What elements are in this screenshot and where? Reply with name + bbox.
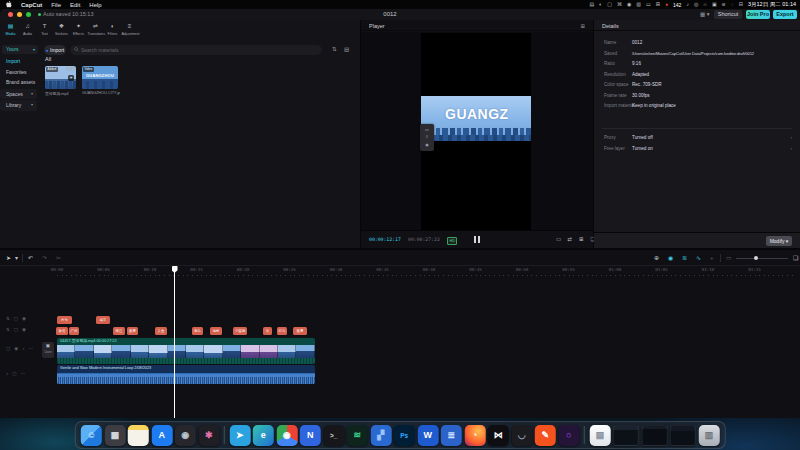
tab-audio[interactable]: ♫Audio	[19, 20, 36, 43]
preview-mini-toolbar[interactable]: ▭ ≡ ◉	[420, 124, 434, 151]
dock-opera[interactable]: ○	[558, 425, 579, 446]
text-clip[interactable]: 地标	[210, 327, 222, 335]
add-to-timeline-icon[interactable]: +	[68, 75, 74, 81]
sidebar-item-library[interactable]: Library▾	[0, 100, 37, 111]
stat-counter[interactable]: 142	[673, 2, 681, 8]
input-source-icon[interactable]: ▤	[589, 0, 594, 9]
track-control-icon[interactable]: ♪	[6, 371, 8, 377]
text-clip[interactable]: 珠江	[113, 327, 125, 335]
text-clip[interactable]: 小蛮腰	[233, 327, 247, 335]
audio-clip[interactable]: Gentle and Slow Modern Instrumental Loop…	[57, 365, 315, 384]
slider-knob[interactable]	[754, 256, 758, 260]
dock-leaf-app[interactable]: ≋	[347, 425, 368, 446]
layout-switch-icon[interactable]: ▦ ▾	[700, 11, 710, 17]
zoom-out-icon[interactable]: ▭	[726, 254, 732, 262]
text-clip[interactable]: 老街	[192, 327, 203, 335]
dock-photo-app[interactable]: ✱	[198, 425, 219, 446]
dock-word[interactable]: W	[417, 425, 438, 446]
media-item[interactable]: Added00:42+宣传视频.mp4	[45, 66, 76, 96]
wifi-icon[interactable]: ≋	[722, 0, 726, 9]
sort-icon[interactable]: ⇅	[332, 46, 337, 52]
tab-effects[interactable]: ✦Effects	[70, 20, 87, 43]
video-preview[interactable]: GUANGZ	[421, 33, 531, 231]
search-box[interactable]	[70, 45, 322, 55]
text-clip[interactable]: 广州	[69, 327, 79, 335]
menu-capcut[interactable]: CapCut	[21, 2, 42, 8]
media-thumbnail[interactable]: GUANGZHOUVideo	[82, 66, 118, 89]
media-thumbnail[interactable]: Added00:42+	[45, 66, 76, 89]
pause-button[interactable]	[473, 236, 481, 243]
main-track-magnet-icon[interactable]: ◉	[668, 254, 673, 262]
palette-icon-1[interactable]: ▭	[425, 128, 429, 132]
tab-adjustment[interactable]: ≡Adjustment	[121, 20, 138, 43]
redo-icon[interactable]: ↷	[42, 254, 47, 262]
tab-filters[interactable]: ◐Filters	[104, 20, 121, 43]
shortcut-button[interactable]: Shortcut	[714, 10, 742, 19]
zoom-fit-icon[interactable]: ❏	[793, 254, 798, 262]
text-clip[interactable]: 欢迎	[56, 327, 68, 335]
text-clip[interactable]: 夜景	[293, 327, 307, 335]
text-clip[interactable]: 夜景	[127, 327, 138, 335]
dock-edge-browser[interactable]: e	[253, 425, 274, 446]
split-icon[interactable]: ✂	[56, 254, 61, 262]
player-settings-icon[interactable]: ⊞	[580, 23, 585, 29]
video-clip[interactable]: 04457-宣传视频.mp4 00:00:27:22	[57, 338, 315, 364]
dock-window-preview-1[interactable]	[613, 425, 639, 446]
dock-pen-app[interactable]: ✎	[535, 425, 556, 446]
grid-icon[interactable]: ⊞	[656, 0, 660, 9]
display-icon[interactable]: ▢	[607, 0, 612, 9]
dock-tiles-app[interactable]: ▞	[370, 425, 391, 446]
dock-lines-app[interactable]: ≣	[441, 425, 462, 446]
link-preview-icon[interactable]: ∿	[696, 254, 701, 262]
track-control-icon[interactable]: ⇅	[6, 316, 10, 322]
dock-finder[interactable]: ☺	[81, 425, 102, 446]
grid-overlay-icon[interactable]: ⊞	[579, 236, 584, 242]
battery-icon[interactable]: ▭	[646, 0, 651, 9]
dock-chrome[interactable]: ◉	[276, 425, 297, 446]
users-icon[interactable]: ∩	[703, 0, 707, 9]
ratio-icon[interactable]: ▭	[556, 236, 561, 242]
camera-icon[interactable]: ◉	[627, 0, 631, 9]
timeline-ruler[interactable]: 00:0000:0500:1000:1500:2000:2500:3000:35…	[0, 267, 800, 273]
dock-dark-app[interactable]: ◡	[511, 425, 532, 446]
tab-stickers[interactable]: ❖Stickers	[53, 20, 70, 43]
dock-document-file[interactable]: ▤	[589, 425, 610, 446]
track-control-icon[interactable]: ▢	[12, 371, 16, 377]
add-marker-icon[interactable]: +	[710, 254, 714, 262]
dock-app-store[interactable]: A	[151, 425, 172, 446]
text-clip[interactable]: 城市	[96, 316, 110, 324]
dock-launchpad[interactable]: ▦	[104, 425, 125, 446]
track-control-icon[interactable]: ▢	[14, 327, 18, 333]
music-icon[interactable]: ♪	[686, 0, 689, 9]
track-control-icon[interactable]: ▢	[6, 346, 10, 352]
playhead-line[interactable]	[174, 266, 175, 418]
track-control-icon[interactable]: ▢	[14, 316, 18, 322]
dock-trash[interactable]: ▥	[698, 425, 719, 446]
tab-media[interactable]: ▤Media	[2, 20, 19, 43]
dock-terminal[interactable]: >_	[323, 425, 344, 446]
command-icon[interactable]: ⌘	[617, 0, 622, 9]
text-clip[interactable]: 美食	[155, 327, 167, 335]
window-icon[interactable]: ▣	[712, 0, 717, 9]
dock-photoshop[interactable]: Ps	[394, 425, 415, 446]
menu-file[interactable]: File	[51, 2, 61, 8]
dock-blue-wave-app[interactable]: N	[300, 425, 321, 446]
track-control-icon[interactable]: ⋯	[21, 371, 26, 377]
menubar-clock[interactable]: 3月12日 周二 01:14	[748, 1, 796, 8]
dock-firefox[interactable]: ◔	[464, 425, 485, 446]
tool-dropdown-icon[interactable]: ▾	[15, 254, 18, 262]
undo-icon[interactable]: ↶	[28, 254, 33, 262]
alert-badge-icon[interactable]: ●	[665, 0, 668, 9]
auto-snap-icon[interactable]: ≋	[682, 254, 687, 262]
dock-window-preview-3[interactable]	[670, 425, 696, 446]
sidebar-item-favorites[interactable]: Favorites	[0, 67, 40, 78]
track-control-icon[interactable]: ◉	[14, 346, 18, 352]
search-icon[interactable]: ◌	[731, 0, 734, 9]
tab-text[interactable]: TText	[36, 20, 53, 43]
palette-icon-2[interactable]: ≡	[426, 135, 428, 139]
details-toggle-proxy[interactable]: ProxyTurned off›	[594, 133, 800, 144]
search-input[interactable]	[81, 47, 281, 53]
menu-help[interactable]: Help	[89, 2, 101, 8]
palette-icon-3[interactable]: ◉	[425, 143, 429, 147]
track-control-icon[interactable]: ◉	[22, 316, 26, 322]
